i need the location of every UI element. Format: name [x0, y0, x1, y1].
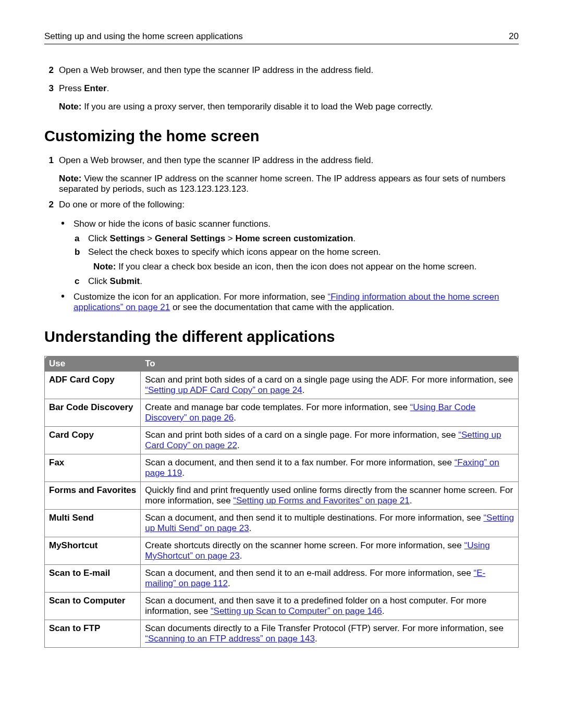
table-header-row: Use To	[45, 356, 519, 372]
custom-step-2: 2 Do one or more of the following:	[44, 200, 519, 210]
substep-text: Select the check boxes to specify which …	[88, 247, 381, 257]
step-text: Open a Web browser, and then type the sc…	[59, 65, 519, 76]
step-number: 1	[44, 155, 54, 166]
ip-note: Note: View the scanner IP address on the…	[59, 174, 519, 194]
substep-a: a Click Settings > General Settings > Ho…	[75, 233, 519, 244]
app-name: MyShortcut	[45, 537, 141, 565]
app-description: Scan a document, and then send it to mul…	[141, 510, 519, 537]
step-text: Do one or more of the following:	[59, 200, 519, 210]
app-name: Card Copy	[45, 427, 141, 454]
bullet-icon: •	[61, 291, 68, 301]
table-row: Scan to ComputerScan a document, and the…	[45, 593, 519, 620]
app-name: Scan to Computer	[45, 593, 141, 620]
table-row: Scan to FTPScan documents directly to a …	[45, 620, 519, 648]
table-row: Multi SendScan a document, and then send…	[45, 510, 519, 537]
cross-ref-link[interactable]: “Setting up Forms and Favorites” on page…	[233, 496, 409, 505]
checkbox-note: Note: If you clear a check box beside an…	[93, 262, 519, 272]
substep-b: b Select the check boxes to specify whic…	[75, 247, 519, 257]
step-number: 3	[44, 83, 54, 94]
header-page-number: 20	[509, 31, 519, 42]
app-description: Scan a document, and then send it to an …	[141, 565, 519, 593]
app-name: Forms and Favorites	[45, 482, 141, 510]
substep-label: b	[75, 247, 82, 257]
heading-customizing: Customizing the home screen	[44, 128, 519, 145]
app-name: Scan to FTP	[45, 620, 141, 648]
app-name: Bar Code Discovery	[45, 399, 141, 427]
app-name: Fax	[45, 454, 141, 482]
bullet-icon: •	[61, 218, 68, 228]
step-text: Open a Web browser, and then type the sc…	[59, 155, 519, 166]
table-row: Scan to E-mailScan a document, and then …	[45, 565, 519, 593]
app-description: Scan documents directly to a File Transf…	[141, 620, 519, 648]
step-text: Press Enter.	[59, 83, 519, 94]
substep-c: c Click Submit.	[75, 276, 519, 287]
substep-label: c	[75, 276, 82, 287]
cross-ref-link[interactable]: “Setting up ADF Card Copy” on page 24	[145, 385, 302, 395]
step-3: 3 Press Enter.	[44, 83, 519, 94]
step-2: 2 Open a Web browser, and then type the …	[44, 65, 519, 76]
app-description: Scan a document, and then send it to a f…	[141, 454, 519, 482]
page-header: Setting up and using the home screen app…	[44, 31, 519, 44]
header-title: Setting up and using the home screen app…	[44, 31, 243, 42]
step-number: 2	[44, 200, 54, 210]
table-row: MyShortcutCreate shortcuts directly on t…	[45, 537, 519, 565]
cross-ref-link[interactable]: “Setting up Scan to Computer” on page 14…	[211, 606, 382, 616]
bullet-customize-icon: • Customize the icon for an application.…	[61, 291, 519, 313]
substep-text: Click Settings > General Settings > Home…	[88, 233, 356, 244]
bullet-text: Customize the icon for an application. F…	[74, 292, 519, 313]
cross-ref-link[interactable]: “Scanning to an FTP address” on page 143	[145, 634, 315, 644]
app-description: Scan and print both sides of a card on a…	[141, 427, 519, 454]
app-description: Scan and print both sides of a card on a…	[141, 372, 519, 399]
app-name: Scan to E-mail	[45, 565, 141, 593]
table-row: Bar Code DiscoveryCreate and manage bar …	[45, 399, 519, 427]
applications-table: Use To ADF Card CopyScan and print both …	[44, 356, 519, 648]
app-description: Quickly find and print frequently used o…	[141, 482, 519, 510]
bullet-show-hide: • Show or hide the icons of basic scanne…	[61, 218, 519, 229]
col-to: To	[141, 356, 519, 372]
substep-text: Click Submit.	[88, 276, 142, 287]
app-description: Scan a document, and then save it to a p…	[141, 593, 519, 620]
app-description: Create and manage bar code templates. Fo…	[141, 399, 519, 427]
step-number: 2	[44, 65, 54, 76]
document-page: Setting up and using the home screen app…	[0, 0, 563, 728]
substep-label: a	[75, 233, 82, 244]
table-row: ADF Card CopyScan and print both sides o…	[45, 372, 519, 399]
app-description: Create shortcuts directly on the scanner…	[141, 537, 519, 565]
table-row: Forms and FavoritesQuickly find and prin…	[45, 482, 519, 510]
proxy-note: Note: If you are using a proxy server, t…	[59, 102, 519, 112]
app-name: Multi Send	[45, 510, 141, 537]
table-row: Card CopyScan and print both sides of a …	[45, 427, 519, 454]
app-name: ADF Card Copy	[45, 372, 141, 399]
heading-applications: Understanding the different applications	[44, 328, 519, 346]
custom-step-1: 1 Open a Web browser, and then type the …	[44, 155, 519, 166]
table-row: FaxScan a document, and then send it to …	[45, 454, 519, 482]
col-use: Use	[45, 356, 141, 372]
